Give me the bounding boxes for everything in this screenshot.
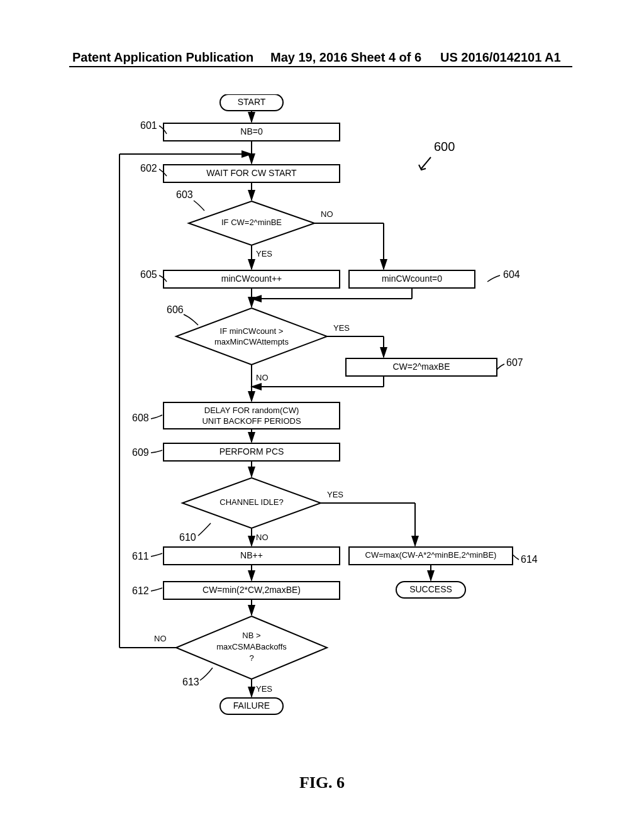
header-divider [69, 66, 572, 67]
label-605: 605 [140, 269, 157, 280]
edge-no-610: NO [256, 533, 269, 542]
node-601: NB=0 [164, 123, 340, 141]
svg-text:DELAY FOR random(CW): DELAY FOR random(CW) [204, 406, 299, 415]
node-606: IF minCWcount > maxMinCWAttempts [176, 308, 327, 365]
svg-text:NB++: NB++ [240, 550, 263, 560]
edge-yes-610: YES [327, 490, 343, 499]
label-604: 604 [503, 269, 520, 280]
svg-text:WAIT FOR CW START: WAIT FOR CW START [206, 168, 297, 178]
label-610: 610 [179, 532, 196, 543]
label-603: 603 [176, 189, 193, 200]
svg-text:IF CW=2^minBE: IF CW=2^minBE [221, 218, 282, 227]
flowchart-diagram: START NB=0 601 WAIT FOR CW START 602 [69, 94, 572, 786]
svg-text:UNIT BACKOFF PERIODS: UNIT BACKOFF PERIODS [202, 416, 301, 426]
node-608: DELAY FOR random(CW) UNIT BACKOFF PERIOD… [164, 402, 340, 429]
edge-yes-606: YES [333, 323, 350, 333]
svg-text:minCWcount++: minCWcount++ [221, 274, 282, 284]
header-left: Patent Application Publication [72, 50, 253, 65]
svg-marker-22 [176, 308, 327, 365]
node-614: CW=max(CW-A*2^minBE,2^minBE) [349, 547, 513, 565]
label-602: 602 [140, 163, 157, 174]
node-612: CW=min(2*CW,2maxBE) [164, 582, 340, 599]
svg-text:SUCCESS: SUCCESS [409, 584, 452, 594]
node-604: minCWcount=0 [349, 270, 475, 288]
node-607: CW=2^maxBE [346, 358, 497, 376]
label-614: 614 [521, 554, 538, 565]
figure-caption: FIG. 6 [0, 773, 644, 792]
svg-text:maxCSMABackoffs: maxCSMABackoffs [216, 642, 287, 651]
node-613: NB > maxCSMABackoffs ? [176, 616, 327, 679]
node-611: NB++ [164, 547, 340, 565]
start-node: START [220, 94, 283, 111]
svg-text:NB=0: NB=0 [240, 126, 263, 136]
edge-no-613: NO [154, 634, 167, 643]
svg-text:START: START [238, 97, 266, 107]
failure-node: FAILURE [220, 698, 283, 714]
label-608: 608 [132, 412, 149, 423]
edge-no-606: NO [256, 373, 269, 382]
label-601: 601 [140, 120, 157, 131]
label-600: 600 [434, 140, 455, 153]
edge-no-603: NO [321, 209, 333, 219]
label-609: 609 [132, 447, 149, 458]
svg-text:CW=min(2*CW,2maxBE): CW=min(2*CW,2maxBE) [203, 585, 301, 595]
svg-text:maxMinCWAttempts: maxMinCWAttempts [214, 337, 289, 346]
success-node: SUCCESS [396, 582, 465, 598]
header-center: May 19, 2016 Sheet 4 of 6 [270, 50, 421, 65]
edge-yes-603: YES [256, 249, 272, 258]
svg-text:CW=max(CW-A*2^minBE,2^minBE): CW=max(CW-A*2^minBE,2^minBE) [365, 550, 497, 560]
header-right: US 2016/0142101 A1 [440, 50, 561, 65]
node-605: minCWcount++ [164, 270, 340, 288]
node-609: PERFORM PCS [164, 443, 340, 461]
svg-text:IF minCWcount >: IF minCWcount > [220, 326, 284, 336]
label-612: 612 [132, 585, 149, 596]
label-607: 607 [506, 357, 523, 368]
node-603: IF CW=2^minBE [189, 201, 314, 245]
label-606: 606 [167, 304, 184, 315]
svg-text:FAILURE: FAILURE [233, 700, 270, 711]
svg-text:CHANNEL IDLE?: CHANNEL IDLE? [219, 497, 283, 507]
svg-text:?: ? [249, 653, 253, 663]
svg-text:PERFORM PCS: PERFORM PCS [219, 446, 284, 456]
label-613: 613 [182, 677, 199, 687]
svg-text:NB >: NB > [242, 631, 260, 640]
svg-text:minCWcount=0: minCWcount=0 [382, 274, 442, 284]
svg-text:CW=2^maxBE: CW=2^maxBE [393, 362, 450, 372]
label-611: 611 [132, 551, 149, 562]
edge-yes-613: YES [256, 684, 272, 694]
node-602: WAIT FOR CW START [164, 165, 340, 182]
node-610: CHANNEL IDLE? [182, 478, 321, 528]
